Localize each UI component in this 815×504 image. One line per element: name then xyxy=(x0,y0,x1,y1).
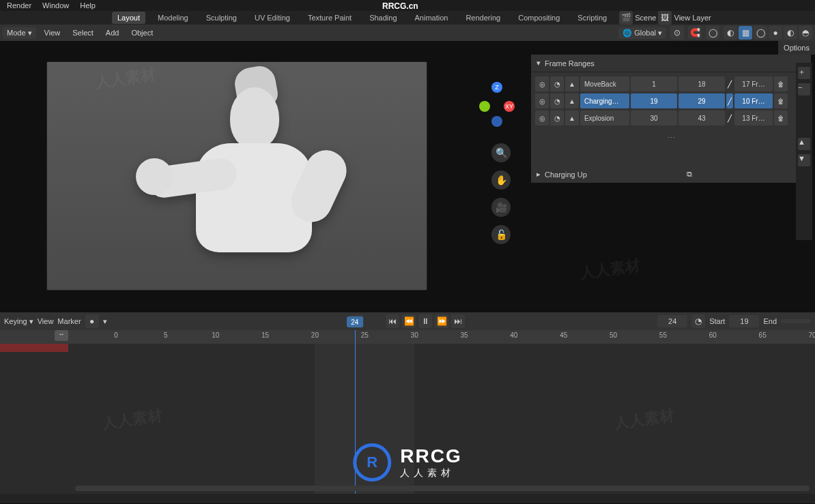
row-name[interactable]: Charging… xyxy=(580,93,629,108)
menu-window[interactable]: Window xyxy=(37,0,74,11)
add-icon[interactable]: ＋ xyxy=(798,67,810,79)
preview-range[interactable] xyxy=(0,344,68,352)
row-icon-tri[interactable]: ▲ xyxy=(565,110,579,125)
vp-menu-view[interactable]: View xyxy=(40,27,65,38)
movedown-icon[interactable]: ▼ xyxy=(798,154,810,166)
remove-icon[interactable]: − xyxy=(798,83,810,95)
camera-icon[interactable]: 🎥 xyxy=(491,198,511,217)
row-icon-eye[interactable]: ◎ xyxy=(535,76,549,91)
viewport-header: Mode ▾ View Select Add Object 🌐 Global ▾… xyxy=(0,25,815,41)
row-icon-clock[interactable]: ◔ xyxy=(550,76,564,91)
row-end[interactable]: 18 xyxy=(678,76,725,91)
playback-controls: ◉ ⏮ ⏪ ⏸ ⏩ ⏭ xyxy=(350,314,465,328)
row-start[interactable]: 1 xyxy=(631,76,677,91)
frame-range-row[interactable]: ◎ ◔ ▲ MoveBack 1 18 ╱ 17 Fr… 🗑 xyxy=(535,76,807,91)
current-frame-field[interactable]: 24 xyxy=(657,315,687,327)
row-icon-eye[interactable]: ◎ xyxy=(535,110,549,125)
menu-help[interactable]: Help xyxy=(74,0,101,11)
jump-end-icon[interactable]: ⏭ xyxy=(451,314,465,328)
row-start[interactable]: 30 xyxy=(631,110,677,125)
tab-sculpting[interactable]: Sculpting xyxy=(201,12,242,24)
tab-animation[interactable]: Animation xyxy=(410,12,454,24)
autokey-icon[interactable]: ● xyxy=(85,314,99,328)
row-end[interactable]: 43 xyxy=(678,110,725,125)
range-collapse-icon[interactable]: ↔ xyxy=(55,330,68,341)
axis-xy-icon[interactable]: XY xyxy=(504,101,515,112)
tab-compositing[interactable]: Compositing xyxy=(513,12,565,24)
row-icon-clock[interactable]: ◔ xyxy=(550,93,564,108)
overlay-icon[interactable]: ◐ xyxy=(724,26,737,40)
tl-menu-view[interactable]: View xyxy=(38,317,54,325)
moveup-icon[interactable]: ▲ xyxy=(798,138,810,150)
playhead[interactable]: 24 xyxy=(355,330,356,494)
row-name[interactable]: MoveBack xyxy=(580,76,629,91)
next-key-icon[interactable]: ⏩ xyxy=(435,314,448,328)
tab-rendering[interactable]: Rendering xyxy=(460,12,506,24)
subpanel-title: Charging Up xyxy=(545,171,587,179)
end-frame-field[interactable] xyxy=(781,319,811,323)
orientation-dropdown[interactable]: 🌐 Global ▾ xyxy=(618,27,666,39)
tab-texpaint[interactable]: Texture Paint xyxy=(302,12,357,24)
row-end[interactable]: 29 xyxy=(678,93,725,108)
row-icon-tri[interactable]: ▲ xyxy=(565,93,579,108)
frame-range-row[interactable]: ◎ ◔ ▲ Charging… 19 29 ╱ 10 Fr… 🗑 xyxy=(535,93,807,108)
frame-range-row[interactable]: ◎ ◔ ▲ Explosion 30 43 ╱ 13 Fr… 🗑 xyxy=(535,110,807,125)
autokey-chevron[interactable]: ▾ xyxy=(103,317,107,326)
copy-icon[interactable]: ⧉ xyxy=(683,170,696,179)
scene-field[interactable]: Scene xyxy=(635,14,656,22)
shading-rendered-icon[interactable]: ◓ xyxy=(799,26,812,40)
tl-menu-marker[interactable]: Marker xyxy=(57,317,81,325)
row-delete-icon[interactable]: 🗑 xyxy=(774,93,788,108)
start-frame-field[interactable]: 19 xyxy=(729,315,759,327)
shading-solid-icon[interactable]: ● xyxy=(769,26,782,40)
axis-y-icon[interactable] xyxy=(479,101,490,112)
propedit-icon[interactable]: ◯ xyxy=(706,26,719,40)
viewport-side-tools: 🔍 ✋ 🎥 🔓 xyxy=(491,143,511,244)
row-start[interactable]: 19 xyxy=(631,93,677,108)
axis-z-icon[interactable]: Z xyxy=(491,82,502,93)
lock-icon[interactable]: 🔓 xyxy=(491,225,511,244)
ruler-tick: 20 xyxy=(311,331,319,339)
row-icon-eye[interactable]: ◎ xyxy=(535,93,549,108)
tab-uv[interactable]: UV Editing xyxy=(249,12,296,24)
options-tab[interactable]: Options xyxy=(778,41,815,55)
row-icon-tri[interactable]: ▲ xyxy=(565,76,579,91)
shading-matprev-icon[interactable]: ◐ xyxy=(784,26,797,40)
axis-neg-z-icon[interactable] xyxy=(491,116,502,127)
pan-icon[interactable]: ✋ xyxy=(491,171,511,190)
tab-layout[interactable]: Layout xyxy=(112,12,145,24)
tab-shading[interactable]: Shading xyxy=(364,12,402,24)
charging-subpanel[interactable]: ▸ Charging Up ⧉ ✕ xyxy=(531,166,811,183)
timeline-body[interactable]: 24 xyxy=(0,344,815,494)
xray-icon[interactable]: ▦ xyxy=(739,26,752,40)
row-name[interactable]: Explosion xyxy=(580,110,629,125)
3d-viewport[interactable] xyxy=(46,61,427,291)
timeline-scrollbar[interactable] xyxy=(75,486,810,491)
drag-handle-icon[interactable]: ⋯ xyxy=(668,134,675,143)
ruler-tick: 65 xyxy=(759,331,767,339)
jump-start-icon[interactable]: ⏮ xyxy=(386,314,399,328)
nav-gizmo[interactable]: Z XY xyxy=(478,82,516,120)
row-delete-icon[interactable]: 🗑 xyxy=(774,76,788,91)
pivot-icon[interactable]: ⊙ xyxy=(670,26,684,40)
mode-dropdown[interactable]: Mode ▾ xyxy=(3,27,36,39)
tab-modeling[interactable]: Modeling xyxy=(152,12,194,24)
menu-render[interactable]: Render xyxy=(1,0,37,11)
tab-scripting[interactable]: Scripting xyxy=(572,12,612,24)
snap-icon[interactable]: 🧲 xyxy=(688,26,702,40)
timeline-keying-dropdown[interactable]: Keying ▾ xyxy=(4,317,33,326)
row-delete-icon[interactable]: 🗑 xyxy=(774,110,788,125)
zoom-icon[interactable]: 🔍 xyxy=(491,143,511,162)
playhead-handle[interactable]: 24 xyxy=(347,316,363,327)
row-icon-clock[interactable]: ◔ xyxy=(550,110,564,125)
vp-menu-add[interactable]: Add xyxy=(102,27,124,38)
clock-icon[interactable]: ◔ xyxy=(691,314,705,328)
vp-menu-object[interactable]: Object xyxy=(127,27,157,38)
prev-key-icon[interactable]: ⏪ xyxy=(402,314,416,328)
vp-menu-select[interactable]: Select xyxy=(68,27,98,38)
pause-icon[interactable]: ⏸ xyxy=(418,314,432,328)
shading-wire-icon[interactable]: ◯ xyxy=(754,26,767,40)
frame-ranges-header[interactable]: ▾ Frame Ranges xyxy=(531,55,811,72)
timeline-ruler[interactable]: 0510152025303540455055606570↔ xyxy=(0,330,815,344)
viewlayer-field[interactable]: View Layer xyxy=(674,14,711,22)
